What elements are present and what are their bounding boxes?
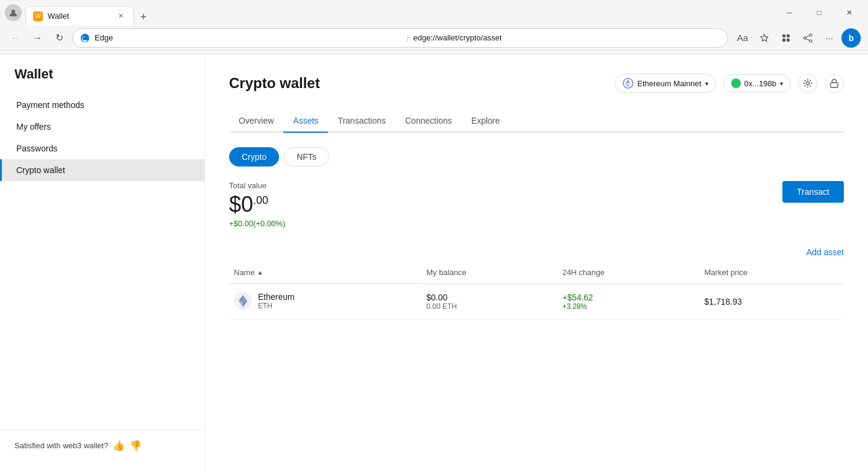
tab-assets[interactable]: Assets: [283, 110, 328, 133]
col-name: Name ▲: [229, 262, 421, 284]
col-balance: My balance: [421, 262, 558, 284]
asset-name: Ethereum: [258, 292, 295, 302]
sidebar-nav: Payment methods My offers Passwords Cryp…: [0, 94, 204, 430]
tab-favicon: W: [33, 11, 43, 21]
balance-usd: $0.00: [426, 293, 553, 302]
balance-token: 0.00 ETH: [426, 302, 553, 311]
settings-icon: [803, 78, 813, 88]
svg-point-7: [804, 37, 806, 39]
account-selector[interactable]: 0x...198b ▾: [723, 74, 791, 92]
profile-icon[interactable]: [5, 4, 22, 21]
asset-table: Name ▲ My balance 24H change Market pric…: [229, 262, 844, 320]
close-button[interactable]: ✕: [835, 4, 863, 22]
ethereum-network-icon: [623, 78, 634, 89]
svg-rect-3: [787, 34, 790, 37]
main-area: Wallet Payment methods My offers Passwor…: [0, 54, 868, 473]
table-body: Ethereum ETH $0.00 0.00 ETH +$54.62 +3.2…: [229, 284, 844, 319]
total-value-section: Total value $0.00 +$0.00(+0.00%) Transac…: [229, 181, 844, 228]
address-bar[interactable]: Edge | edge://wallet/crypto/asset: [72, 28, 728, 48]
content-area: Crypto wallet Ethereum Mainnet ▾: [205, 54, 868, 473]
sort-arrow-icon[interactable]: ▲: [257, 269, 263, 276]
collections-button[interactable]: [776, 28, 796, 48]
svg-rect-5: [787, 39, 790, 42]
add-asset-row: Add asset: [229, 247, 844, 257]
tab-connections[interactable]: Connections: [395, 110, 462, 133]
new-tab-button[interactable]: +: [135, 8, 152, 25]
crypto-filter-button[interactable]: Crypto: [229, 147, 279, 167]
svg-line-9: [806, 36, 810, 37]
nfts-filter-button[interactable]: NFTs: [284, 147, 329, 167]
account-avatar: [731, 78, 741, 88]
feedback-row: Satisfied with web3 wallet? 👍 👎: [14, 440, 190, 451]
total-value-amount: $0.00: [229, 194, 285, 215]
asset-balance-cell: $0.00 0.00 ETH: [421, 284, 558, 319]
window-controls: ─ □ ✕: [775, 4, 863, 22]
content-header: Crypto wallet Ethereum Mainnet ▾: [229, 74, 844, 93]
svg-rect-4: [782, 39, 785, 42]
reload-button[interactable]: ↻: [51, 30, 68, 46]
sidebar-item-payment-methods[interactable]: Payment methods: [0, 94, 204, 116]
content-tabs: Overview Assets Transactions Connections…: [229, 110, 844, 133]
settings-button[interactable]: [798, 74, 817, 93]
bing-chat-button[interactable]: b: [841, 28, 861, 48]
thumbs-up-button[interactable]: 👍: [113, 440, 125, 451]
lock-button[interactable]: [825, 74, 844, 93]
share-button[interactable]: [798, 28, 817, 48]
network-chevron-icon: ▾: [705, 80, 708, 87]
tab-overview[interactable]: Overview: [229, 110, 283, 133]
change-pct: +3.28%: [562, 302, 695, 311]
sidebar-title: Wallet: [0, 66, 204, 94]
account-chevron-icon: ▾: [780, 80, 783, 87]
change-value: +$54.62: [562, 293, 695, 302]
svg-point-12: [807, 82, 810, 85]
sidebar-item-passwords[interactable]: Passwords: [0, 138, 204, 159]
col-price: Market price: [700, 262, 844, 284]
maximize-button[interactable]: □: [805, 4, 833, 22]
minimize-button[interactable]: ─: [775, 4, 803, 22]
lock-icon: [830, 78, 838, 88]
thumbs-down-button[interactable]: 👎: [130, 440, 142, 451]
transact-button[interactable]: Transact: [782, 181, 844, 203]
asset-type-selector: Crypto NFTs: [229, 147, 844, 167]
svg-line-10: [806, 39, 810, 40]
table-row[interactable]: Ethereum ETH $0.00 0.00 ETH +$54.62 +3.2…: [229, 284, 844, 319]
sidebar-item-crypto-wallet[interactable]: Crypto wallet: [0, 159, 204, 181]
back-button[interactable]: ←: [7, 30, 24, 46]
forward-button[interactable]: →: [29, 30, 46, 46]
asset-price-cell: $1,718.93: [700, 284, 844, 319]
svg-rect-2: [782, 34, 785, 37]
active-tab[interactable]: W Wallet ✕: [25, 6, 134, 25]
toolbar-actions: Aa ··· b: [733, 28, 861, 48]
svg-point-8: [810, 40, 812, 42]
tab-bar: W Wallet ✕ +: [25, 5, 772, 25]
add-asset-button[interactable]: Add asset: [807, 247, 844, 257]
svg-point-6: [810, 34, 812, 36]
svg-rect-13: [831, 83, 838, 87]
asset-name-cell: Ethereum ETH: [229, 284, 421, 319]
network-selector[interactable]: Ethereum Mainnet ▾: [615, 74, 715, 93]
more-button[interactable]: ···: [820, 28, 839, 48]
url-display: edge://wallet/crypto/asset: [414, 33, 720, 42]
feedback-text: Satisfied with web3 wallet?: [14, 441, 108, 450]
account-label: 0x...198b: [744, 79, 777, 88]
edge-logo-icon: [80, 33, 90, 43]
favorites-add-button[interactable]: [755, 28, 774, 48]
page-title: Crypto wallet: [229, 75, 320, 92]
title-bar: W Wallet ✕ + ─ □ ✕: [0, 0, 868, 25]
nav-bar: ← → ↻ Edge | edge://wallet/crypto/asset …: [0, 25, 868, 51]
ethereum-logo: [234, 292, 252, 310]
tab-close-button[interactable]: ✕: [115, 11, 126, 22]
asset-change-cell: +$54.62 +3.28%: [558, 284, 700, 319]
tab-transactions[interactable]: Transactions: [328, 110, 395, 133]
total-value-change: +$0.00(+0.00%): [229, 219, 285, 228]
browser-label: Edge: [95, 33, 401, 42]
network-label: Ethereum Mainnet: [637, 79, 701, 88]
sidebar-footer: Satisfied with web3 wallet? 👍 👎: [0, 430, 204, 461]
col-change: 24H change: [558, 262, 700, 284]
total-value-display: Total value $0.00 +$0.00(+0.00%): [229, 181, 285, 228]
sidebar-item-my-offers[interactable]: My offers: [0, 116, 204, 138]
read-aloud-button[interactable]: Aa: [733, 28, 752, 48]
asset-symbol: ETH: [258, 302, 295, 310]
tab-title: Wallet: [48, 11, 110, 21]
tab-explore[interactable]: Explore: [462, 110, 509, 133]
